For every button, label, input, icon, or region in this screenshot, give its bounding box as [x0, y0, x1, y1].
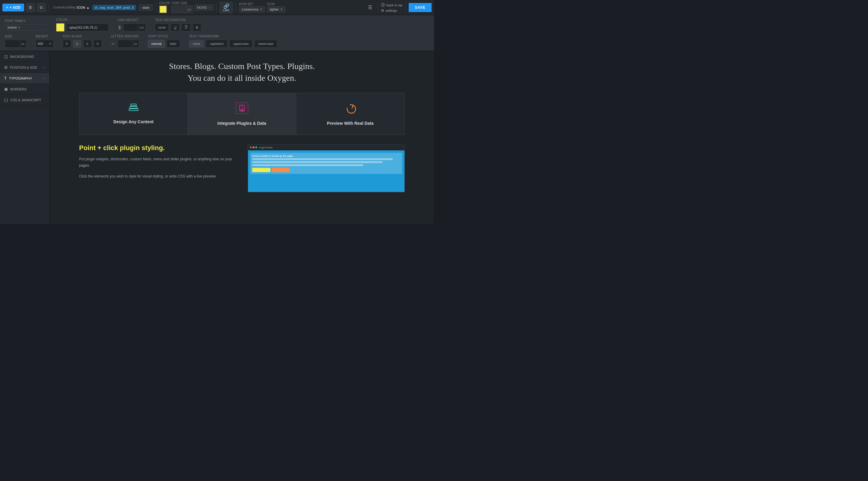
icon-section: ICON lighter ▼ — [267, 2, 285, 12]
sidebar-item-label: CSS & JAVASCRIPT — [10, 98, 41, 102]
align-justify-button[interactable]: ≡ — [93, 40, 102, 47]
letter-spacing-input[interactable] — [118, 40, 133, 47]
icon-set-dropdown[interactable]: Linearicons ▼ — [239, 6, 265, 12]
screenshot-title: A blue section to break up the page. — [252, 155, 400, 157]
tt-capitalize-button[interactable]: capitalize — [206, 40, 227, 47]
screenshot-url: oxygen builder — [259, 147, 273, 149]
plus-icon: + — [6, 5, 8, 10]
td-none-button[interactable]: none — [155, 24, 169, 31]
icon-label: ICON — [267, 2, 285, 6]
tt-lowercase-label: lowercase — [258, 42, 273, 45]
color-section-label: COLOR — [159, 1, 170, 5]
delete-button[interactable]: 🗑 — [26, 3, 35, 12]
more-label: MORE — [197, 6, 207, 9]
align-left-button[interactable]: ≡ — [63, 40, 71, 47]
save-button[interactable]: SAVE — [409, 3, 432, 12]
tt-none-button[interactable]: none — [189, 40, 204, 47]
sidebar-item-typography[interactable]: T TYPOGRAPHY − — [0, 73, 50, 84]
align-right-button[interactable]: ≡ — [83, 40, 92, 47]
font-style-group: Font style normal italic — [148, 35, 180, 47]
state-button[interactable]: state — [139, 4, 153, 10]
typography-row-2: Size px Weight 400 ▼ Text-align ≡ ≡ — [5, 35, 429, 47]
hamburger-button[interactable]: ☰ — [366, 3, 375, 11]
fs-normal-label: normal — [151, 42, 161, 45]
link-button[interactable]: 🔗 LINK — [220, 2, 233, 13]
back-to-wp-button[interactable]: ⓪ back to wp — [381, 2, 403, 8]
weight-value: 400 — [38, 42, 43, 45]
screenshot-topbar: oxygen builder — [248, 145, 404, 150]
wp-section: ⓪ back to wp ⚙ settings — [381, 2, 403, 13]
add-button[interactable]: + + ADD — [2, 4, 24, 11]
align-center-button[interactable]: ≡ — [73, 40, 82, 47]
font-family-chevron: ▼ — [18, 26, 21, 29]
bottom-text: Point + click plugin styling. Put plugin… — [79, 144, 236, 184]
size-input[interactable] — [5, 40, 20, 47]
divider4 — [236, 3, 236, 12]
sidebar-item-background[interactable]: ◫ BACKGROUND — [0, 51, 50, 62]
td-overline-button[interactable]: O — [181, 24, 191, 31]
add-label: + ADD — [10, 5, 21, 10]
td-underline-button[interactable]: U — [170, 24, 180, 31]
weight-dropdown[interactable]: 400 ▼ — [36, 40, 54, 47]
fs-italic-button[interactable]: italic — [167, 40, 180, 47]
strikethrough-icon: S — [196, 26, 198, 29]
sidebar-item-label: POSITION & SIZE — [10, 66, 37, 69]
color-swatch[interactable] — [159, 5, 167, 13]
sidebar-item-label: TYPOGRAPHY — [9, 76, 32, 80]
settings-label: settings — [386, 9, 397, 12]
text-decoration-row: none U O S — [155, 24, 201, 31]
line-height-group: Line-Height ⇕ em — [118, 19, 146, 31]
icon-value: lighter — [270, 7, 279, 11]
size-label: Size — [5, 35, 27, 38]
sidebar-item-css-js[interactable]: { } CSS & JAVASCRIPT — [0, 95, 50, 105]
icon-dropdown[interactable]: lighter ▼ — [267, 6, 285, 12]
color-label: Color — [56, 18, 108, 22]
sidebar-item-position-size[interactable]: ⊞ POSITION & SIZE − — [0, 62, 50, 73]
sidebar-item-borders[interactable]: ▣ BORDERS — [0, 84, 50, 95]
text-transform-row: none capitalize uppercase lowercase — [189, 40, 277, 47]
active-indicator: − — [43, 65, 45, 70]
typography-icon: T — [4, 76, 7, 81]
line-height-input[interactable] — [123, 24, 138, 31]
color-box[interactable] — [56, 23, 64, 32]
weight-group: Weight 400 ▼ — [36, 35, 54, 47]
ss-dot-green — [255, 147, 257, 148]
sidebar-item-label: BORDERS — [10, 87, 27, 91]
color-value-input[interactable] — [66, 24, 108, 31]
more-button[interactable]: MORE ··· — [194, 4, 213, 10]
tt-uppercase-button[interactable]: uppercase — [229, 40, 253, 47]
screenshot-blue-box: A blue section to break up the page. — [250, 153, 402, 174]
size-unit: px — [20, 40, 27, 47]
preview-icon — [344, 102, 356, 117]
font-style-row: normal italic — [148, 40, 180, 47]
divider3 — [216, 3, 217, 12]
line-height-unit: em — [138, 24, 146, 31]
element-id-section: ct_svg_icon_204_post_2 — [93, 5, 136, 10]
position-size-icon: ⊞ — [4, 65, 7, 70]
text-transform-group: Text-Transform none capitalize uppercase… — [189, 35, 277, 47]
feature3-title: Preview With Real Data — [327, 121, 374, 126]
letter-spacing-label: Letter-Spacing — [111, 35, 139, 38]
bottom-desc1: Put plugin widgets, shortcodes, custom f… — [79, 156, 236, 168]
td-strikethrough-button[interactable]: S — [193, 24, 201, 31]
icon-set-value: Linearicons — [242, 7, 258, 11]
ss-line2 — [252, 161, 382, 163]
canvas-area: Stores. Blogs. Custom Post Types. Plugin… — [50, 51, 434, 224]
weight-chevron: ▼ — [49, 42, 52, 45]
svg-rect-0 — [129, 109, 138, 110]
divider2 — [156, 3, 156, 12]
divider — [49, 3, 49, 12]
fs-normal-button[interactable]: normal — [148, 40, 165, 47]
feature-card-2: Integrate Plugins & Data — [188, 93, 296, 135]
font-size-input[interactable] — [172, 5, 187, 13]
ss-btn2 — [272, 168, 290, 172]
tt-lowercase-button[interactable]: lowercase — [254, 40, 277, 47]
copy-icon: ⧉ — [40, 5, 42, 10]
ss-dot-red — [250, 147, 252, 148]
tt-capitalize-label: capitalize — [210, 42, 224, 45]
duplicate-button[interactable]: ⧉ — [37, 3, 46, 12]
font-family-dropdown[interactable]: Inherit ▼ — [5, 24, 47, 30]
settings-button[interactable]: ⚙ settings — [381, 8, 403, 13]
color-row — [56, 23, 108, 32]
element-id-value: ct_svg_icon_204_post_2 — [93, 5, 136, 10]
